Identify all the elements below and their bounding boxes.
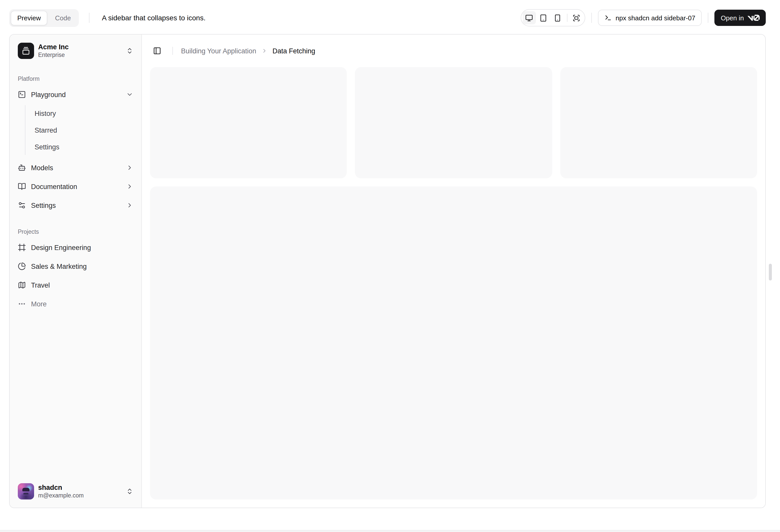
square-terminal-icon <box>18 91 26 99</box>
chevrons-up-down-icon <box>126 488 133 495</box>
item-label: Sales & Marketing <box>31 262 133 270</box>
sidebar-footer: shadcn m@example.com <box>14 479 137 503</box>
sidebar-item-documentation[interactable]: Documentation <box>14 178 137 195</box>
mobile-view-button[interactable] <box>551 11 564 24</box>
sidebar-subitem-starred[interactable]: Starred <box>31 123 137 137</box>
gallery-vertical-end-icon <box>22 47 30 55</box>
placeholder-card <box>150 67 347 178</box>
sidebar-item-design-engineering[interactable]: Design Engineering <box>14 239 137 256</box>
chevron-right-icon <box>126 202 133 209</box>
item-label: Settings <box>31 202 121 209</box>
next-section-edge <box>0 530 780 532</box>
sidebar-item-travel[interactable]: Travel <box>14 277 137 293</box>
open-in-v0-button[interactable]: Open in <box>715 10 766 26</box>
divider <box>173 47 173 55</box>
placeholder-card <box>355 67 552 178</box>
smartphone-icon <box>554 14 562 21</box>
item-label: More <box>31 300 133 308</box>
sidebar-item-sales-marketing[interactable]: Sales & Marketing <box>14 258 137 274</box>
terminal-icon <box>604 14 612 21</box>
main-header: Building Your Application Data Fetching <box>142 35 765 67</box>
sidebar-demo-preview: Acme Inc Enterprise Platform Playground <box>9 34 766 508</box>
content-area <box>142 67 765 508</box>
breadcrumb-separator-icon <box>261 48 267 54</box>
desktop-view-button[interactable] <box>523 11 536 24</box>
tab-preview[interactable]: Preview <box>11 10 48 25</box>
ellipsis-icon <box>18 300 26 308</box>
chevron-down-icon <box>126 91 133 98</box>
chevrons-up-down-icon <box>126 47 133 54</box>
book-open-icon <box>18 182 26 191</box>
sidebar-nav: Platform Playground History Starred <box>14 63 137 479</box>
divider <box>567 14 567 22</box>
nav-group-projects: Projects Design Engineering Sales & Mark… <box>14 220 137 319</box>
tablet-icon <box>539 14 547 21</box>
tab-code[interactable]: Code <box>49 10 78 25</box>
team-logo <box>18 43 34 59</box>
bot-icon <box>18 164 26 172</box>
device-size-toggle <box>521 9 585 26</box>
breadcrumb-parent[interactable]: Building Your Application <box>181 47 256 55</box>
sidebar-subitem-history[interactable]: History <box>31 106 137 120</box>
copy-command-button[interactable]: npx shadcn add sidebar-07 <box>598 10 702 26</box>
user-menu[interactable]: shadcn m@example.com <box>14 479 137 503</box>
map-icon <box>18 281 26 289</box>
component-description: A sidebar that collapses to icons. <box>102 14 206 22</box>
frame-icon <box>18 244 26 252</box>
sidebar-item-models[interactable]: Models <box>14 160 137 176</box>
placeholder-card-row <box>150 67 757 178</box>
sidebar-item-settings[interactable]: Settings <box>14 197 137 213</box>
toolbar-right: npx shadcn add sidebar-07 Open in <box>521 9 766 26</box>
sidebar: Acme Inc Enterprise Platform Playground <box>10 35 142 508</box>
group-label: Projects <box>14 224 137 239</box>
item-label: Design Engineering <box>31 244 133 251</box>
monitor-icon <box>525 14 533 21</box>
team-plan: Enterprise <box>38 52 122 59</box>
divider <box>89 13 90 23</box>
fullscreen-icon <box>573 14 580 21</box>
command-text: npx shadcn add sidebar-07 <box>616 14 695 21</box>
item-label: Models <box>31 164 121 171</box>
avatar <box>18 483 34 499</box>
main-content: Building Your Application Data Fetching <box>142 35 765 508</box>
component-preview-page: Preview Code A sidebar that collapses to… <box>0 0 780 532</box>
item-label: Documentation <box>31 183 121 190</box>
chevron-right-icon <box>126 164 133 171</box>
divider <box>708 13 709 23</box>
placeholder-card <box>560 67 757 178</box>
open-in-label: Open in <box>721 14 744 21</box>
pie-chart-icon <box>18 262 26 270</box>
nav-group-platform: Platform Playground History Starred <box>14 67 137 220</box>
toolbar: Preview Code A sidebar that collapses to… <box>0 0 780 26</box>
sidebar-item-more[interactable]: More <box>14 296 137 312</box>
item-label: Playground <box>31 91 121 98</box>
tablet-view-button[interactable] <box>537 11 550 24</box>
breadcrumb-current: Data Fetching <box>273 47 315 55</box>
page-scrollbar-thumb[interactable] <box>769 264 772 280</box>
user-email: m@example.com <box>38 492 122 499</box>
v0-logo-icon <box>747 15 760 21</box>
group-label: Platform <box>14 71 137 87</box>
divider <box>591 13 592 23</box>
fullscreen-button[interactable] <box>570 11 583 24</box>
team-switcher[interactable]: Acme Inc Enterprise <box>14 39 137 63</box>
user-name: shadcn <box>38 483 122 492</box>
placeholder-panel <box>150 187 757 499</box>
sidebar-item-playground[interactable]: Playground <box>14 87 137 103</box>
settings-sliders-icon <box>18 201 26 209</box>
sidebar-toggle-button[interactable] <box>150 44 164 58</box>
view-tabs: Preview Code <box>9 9 79 27</box>
panel-left-icon <box>153 47 161 55</box>
sidebar-subitem-settings[interactable]: Settings <box>31 140 137 154</box>
chevron-right-icon <box>126 183 133 190</box>
item-label: Travel <box>31 281 133 289</box>
playground-submenu: History Starred Settings <box>25 105 137 155</box>
breadcrumb: Building Your Application Data Fetching <box>181 47 315 55</box>
team-name: Acme Inc <box>38 43 122 51</box>
